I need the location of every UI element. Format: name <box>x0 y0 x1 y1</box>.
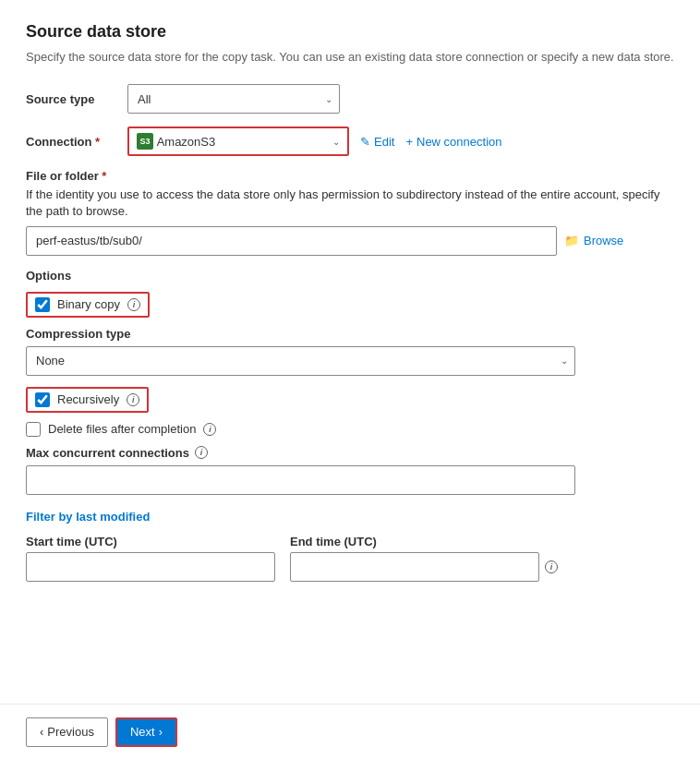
file-folder-label: File or folder * <box>26 169 674 183</box>
source-type-select-wrapper: All ⌄ <box>127 84 340 114</box>
folder-icon: 📁 <box>564 234 579 247</box>
start-time-input[interactable] <box>26 552 275 582</box>
connection-controls: S3 AmazonS3 ⌄ ✎ Edit + New connection <box>127 126 502 156</box>
footer: ‹ Previous Next › <box>0 704 700 759</box>
next-button[interactable]: Next › <box>115 717 177 747</box>
max-concurrent-input[interactable] <box>26 465 575 495</box>
binary-copy-label: Binary copy <box>57 297 120 311</box>
file-folder-input-row: 📁 Browse <box>26 226 674 256</box>
binary-copy-info-icon[interactable]: i <box>127 298 140 311</box>
binary-copy-checkbox[interactable] <box>35 297 50 312</box>
connection-select-wrapper[interactable]: S3 AmazonS3 ⌄ <box>127 126 349 156</box>
page-subtitle: Specify the source data store for the co… <box>26 49 674 66</box>
start-time-field: Start time (UTC) <box>26 535 275 582</box>
source-type-select[interactable]: All <box>127 84 340 114</box>
compression-select-wrapper: None ⌄ <box>26 346 575 376</box>
right-arrow-icon: › <box>159 725 163 739</box>
pencil-icon: ✎ <box>360 135 370 149</box>
start-time-label: Start time (UTC) <box>26 535 275 548</box>
source-type-label: Source type <box>26 92 127 106</box>
connection-required: * <box>92 135 101 149</box>
connection-value-text: AmazonS3 <box>157 135 325 149</box>
max-concurrent-info-icon[interactable]: i <box>195 446 208 459</box>
compression-type-label: Compression type <box>26 327 674 341</box>
connection-label: Connection * <box>26 135 127 149</box>
amazon-s3-icon: S3 <box>137 133 153 150</box>
time-row: Start time (UTC) End time (UTC) i <box>26 535 674 582</box>
delete-files-checkbox[interactable] <box>26 422 41 437</box>
max-concurrent-section: Max concurrent connections i <box>26 446 674 495</box>
end-time-label: End time (UTC) <box>290 535 558 548</box>
delete-files-info-icon[interactable]: i <box>203 423 216 436</box>
previous-button[interactable]: ‹ Previous <box>26 717 108 747</box>
end-time-wrapper: i <box>290 552 558 582</box>
recursively-bordered: Recursively i <box>26 387 149 413</box>
recursively-info-icon[interactable]: i <box>127 393 139 406</box>
page-title: Source data store <box>26 22 674 42</box>
connection-row: Connection * S3 AmazonS3 ⌄ ✎ Edit + New … <box>26 126 674 156</box>
file-folder-description: If the identity you use to access the da… <box>26 187 674 220</box>
recursively-row: Recursively i <box>26 387 674 413</box>
file-folder-input[interactable] <box>26 226 557 256</box>
delete-files-row: Delete files after completion i <box>26 422 674 437</box>
source-type-row: Source type All ⌄ <box>26 84 674 114</box>
end-time-info-icon[interactable]: i <box>545 560 558 573</box>
recursively-checkbox[interactable] <box>35 392 50 407</box>
compression-type-select[interactable]: None <box>26 346 575 376</box>
end-time-field: End time (UTC) i <box>290 535 558 582</box>
connection-chevron-button[interactable]: ⌄ <box>325 137 347 147</box>
edit-connection-button[interactable]: ✎ Edit <box>360 135 394 149</box>
connection-inner: S3 AmazonS3 <box>137 133 325 150</box>
new-connection-button[interactable]: + New connection <box>405 135 501 149</box>
recursively-label: Recursively <box>57 392 119 406</box>
end-time-input[interactable] <box>290 552 539 582</box>
left-arrow-icon: ‹ <box>40 725 43 739</box>
filter-section: Filter by last modified Start time (UTC)… <box>26 510 674 582</box>
plus-icon: + <box>405 135 413 149</box>
binary-copy-row: Binary copy i <box>26 292 674 318</box>
compression-section: Compression type None ⌄ <box>26 327 674 376</box>
file-folder-section: File or folder * If the identity you use… <box>26 169 674 255</box>
max-concurrent-label: Max concurrent connections i <box>26 446 674 460</box>
options-title: Options <box>26 269 674 283</box>
delete-files-label: Delete files after completion <box>48 422 196 436</box>
binary-copy-bordered: Binary copy i <box>26 292 150 318</box>
filter-title: Filter by last modified <box>26 510 674 524</box>
options-section: Options Binary copy i <box>26 269 674 318</box>
browse-button[interactable]: 📁 Browse <box>564 234 623 247</box>
